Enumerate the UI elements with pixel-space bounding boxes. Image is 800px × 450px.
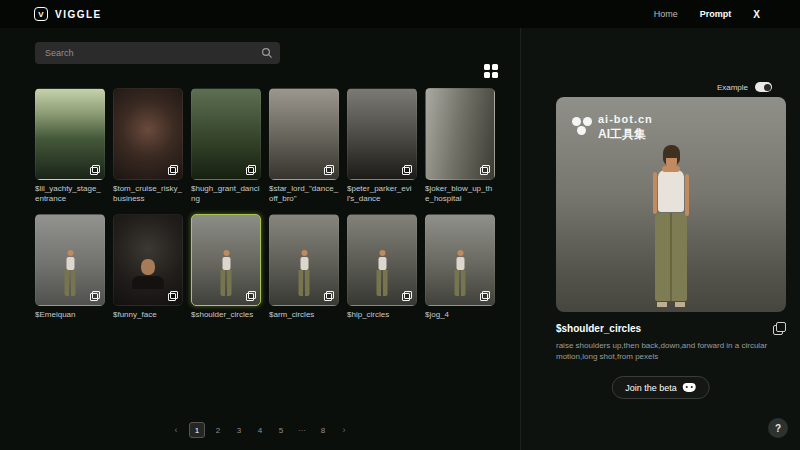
copy-icon[interactable] xyxy=(402,291,412,301)
gallery-cell: $joker_blow_up_the_hospital xyxy=(425,88,495,204)
page-button-4[interactable]: 4 xyxy=(252,422,268,438)
video-thumbnail[interactable] xyxy=(269,214,339,306)
detail-description: raise shoulders up,then back,down,and fo… xyxy=(556,340,788,362)
video-thumbnail[interactable] xyxy=(35,88,105,180)
video-thumbnail[interactable] xyxy=(347,88,417,180)
video-title: $peter_parker_evil's_dance xyxy=(347,184,417,204)
video-thumbnail[interactable] xyxy=(35,214,105,306)
person-figure xyxy=(455,250,466,296)
gallery-cell: $arm_circles xyxy=(269,214,339,330)
ai-bot-logo-icon xyxy=(572,117,581,126)
gallery-cell: $tom_cruise_risky_business xyxy=(113,88,183,204)
gallery-cell: $hugh_grant_dancing xyxy=(191,88,261,204)
discord-icon xyxy=(683,383,696,392)
portrait-figure xyxy=(132,259,164,289)
page-ellipsis: ··· xyxy=(294,422,310,438)
gallery-cell: $hip_circles xyxy=(347,214,417,330)
video-title: $Emeiquan xyxy=(35,310,105,330)
preview-person-figure xyxy=(636,145,706,307)
page-button-2[interactable]: 2 xyxy=(210,422,226,438)
nav-home[interactable]: Home xyxy=(654,9,678,19)
person-figure xyxy=(377,250,388,296)
video-title: $lil_yachty_stage_entrance xyxy=(35,184,105,204)
person-figure xyxy=(221,250,232,296)
video-title: $tom_cruise_risky_business xyxy=(113,184,183,204)
video-thumbnail[interactable] xyxy=(425,88,495,180)
video-thumbnail[interactable] xyxy=(347,214,417,306)
viggle-logo[interactable]: V VIGGLE xyxy=(34,7,102,21)
viggle-logo-icon: V xyxy=(34,7,48,21)
person-figure xyxy=(65,250,76,296)
watermark-line2: AI工具集 xyxy=(598,126,653,143)
gallery-cell: $jog_4 xyxy=(425,214,495,330)
detail-title-row: $shoulder_circles xyxy=(556,322,786,335)
detail-title: $shoulder_circles xyxy=(556,323,641,334)
copy-prompt-icon[interactable] xyxy=(773,322,786,335)
video-thumbnail[interactable] xyxy=(425,214,495,306)
page-button-1[interactable]: 1 xyxy=(189,422,205,438)
viggle-app: V VIGGLE Home Prompt X $lil_yachty_stage… xyxy=(0,0,800,450)
example-preview: ai-bot.cn AI工具集 xyxy=(556,97,786,312)
video-thumbnail[interactable] xyxy=(269,88,339,180)
watermark: ai-bot.cn AI工具集 xyxy=(572,113,653,143)
copy-icon[interactable] xyxy=(90,291,100,301)
search-bar xyxy=(35,42,280,64)
copy-icon[interactable] xyxy=(90,165,100,175)
detail-panel: Example ai-bot.cn AI工具集 $shoulder_circle… xyxy=(520,28,800,450)
example-control: Example xyxy=(717,82,772,92)
page-button-8[interactable]: 8 xyxy=(315,422,331,438)
main-nav: Home Prompt X xyxy=(654,9,760,20)
next-page-button[interactable]: › xyxy=(336,422,352,438)
gallery-cell: $shoulder_circles xyxy=(191,214,261,330)
gallery-cell: $funny_face xyxy=(113,214,183,330)
video-thumbnail[interactable] xyxy=(113,88,183,180)
copy-icon[interactable] xyxy=(324,165,334,175)
nav-prompt[interactable]: Prompt xyxy=(700,9,732,19)
search-input[interactable] xyxy=(35,42,280,64)
pagination: ‹ 1 2 3 4 5 ··· 8 › xyxy=(0,422,520,438)
video-title: $jog_4 xyxy=(425,310,495,330)
video-title: $joker_blow_up_the_hospital xyxy=(425,184,495,204)
gallery-panel: $lil_yachty_stage_entrance $tom_cruise_r… xyxy=(0,28,520,450)
video-thumbnail[interactable] xyxy=(113,214,183,306)
search-icon xyxy=(261,47,273,59)
brand-name: VIGGLE xyxy=(55,9,102,20)
x-link[interactable]: X xyxy=(753,9,760,20)
copy-icon[interactable] xyxy=(246,291,256,301)
copy-icon[interactable] xyxy=(246,165,256,175)
video-thumbnail-selected[interactable] xyxy=(191,214,261,306)
copy-icon[interactable] xyxy=(168,291,178,301)
video-title: $hip_circles xyxy=(347,310,417,330)
page-button-5[interactable]: 5 xyxy=(273,422,289,438)
video-title: $shoulder_circles xyxy=(191,310,261,330)
copy-icon[interactable] xyxy=(480,165,490,175)
example-toggle[interactable] xyxy=(755,82,772,92)
join-beta-button[interactable]: Join the beta xyxy=(611,376,710,399)
gallery-cell: $lil_yachty_stage_entrance xyxy=(35,88,105,204)
template-grid: $lil_yachty_stage_entrance $tom_cruise_r… xyxy=(35,88,505,330)
video-title: $funny_face xyxy=(113,310,183,330)
page-button-3[interactable]: 3 xyxy=(231,422,247,438)
video-thumbnail[interactable] xyxy=(191,88,261,180)
watermark-line1: ai-bot.cn xyxy=(598,113,653,125)
help-button[interactable]: ? xyxy=(768,418,788,438)
copy-icon[interactable] xyxy=(168,165,178,175)
gallery-cell: $peter_parker_evil's_dance xyxy=(347,88,417,204)
top-bar: V VIGGLE Home Prompt X xyxy=(0,0,800,28)
video-title: $hugh_grant_dancing xyxy=(191,184,261,204)
prev-page-button[interactable]: ‹ xyxy=(168,422,184,438)
copy-icon[interactable] xyxy=(480,291,490,301)
video-title: $arm_circles xyxy=(269,310,339,330)
person-figure xyxy=(299,250,310,296)
example-label: Example xyxy=(717,83,748,92)
grid-view-icon[interactable] xyxy=(484,64,490,70)
join-beta-label: Join the beta xyxy=(625,383,677,393)
video-title: $star_lord_"dance_off_bro" xyxy=(269,184,339,204)
copy-icon[interactable] xyxy=(402,165,412,175)
gallery-cell: $Emeiquan xyxy=(35,214,105,330)
copy-icon[interactable] xyxy=(324,291,334,301)
gallery-cell: $star_lord_"dance_off_bro" xyxy=(269,88,339,204)
